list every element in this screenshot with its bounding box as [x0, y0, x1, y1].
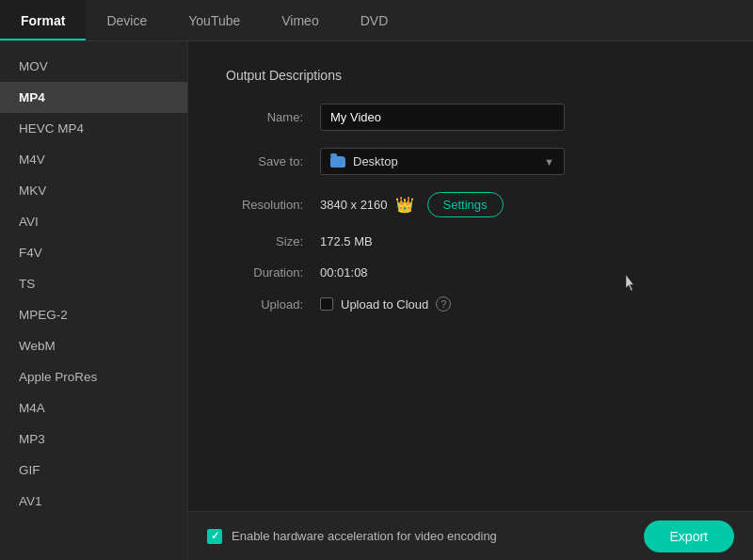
sidebar-item-m4v[interactable]: M4V [0, 144, 187, 175]
bottom-bar: Enable hardware acceleration for video e… [188, 511, 753, 560]
size-label: Size: [226, 234, 320, 248]
sidebar: MOV MP4 HEVC MP4 M4V MKV AVI F4V TS MPEG… [0, 41, 188, 560]
export-button[interactable]: Export [644, 520, 734, 552]
tab-vimeo[interactable]: Vimeo [261, 0, 339, 40]
tab-dvd[interactable]: DVD [340, 0, 409, 40]
resolution-label: Resolution: [226, 198, 320, 212]
crown-icon: 👑 [395, 196, 414, 214]
sidebar-item-m4a[interactable]: M4A [0, 392, 187, 424]
hardware-accel-row: Enable hardware acceleration for video e… [207, 529, 497, 544]
upload-controls: Upload to Cloud ? [320, 296, 451, 312]
name-label: Name: [226, 110, 320, 124]
tab-bar: Format Device YouTube Vimeo DVD [0, 0, 753, 41]
upload-to-cloud-checkbox[interactable] [320, 297, 333, 311]
name-input[interactable] [320, 104, 565, 131]
sidebar-item-av1[interactable]: AV1 [0, 486, 187, 517]
chevron-down-icon: ▼ [544, 156, 554, 168]
section-title: Output Descriptions [226, 68, 715, 83]
upload-row: Upload: Upload to Cloud ? [226, 296, 715, 312]
save-to-value: Desktop [353, 154, 398, 168]
resolution-value: 3840 x 2160 [320, 198, 388, 212]
sidebar-item-mp3[interactable]: MP3 [0, 424, 187, 455]
sidebar-item-ts[interactable]: TS [0, 268, 187, 299]
help-icon[interactable]: ? [436, 296, 451, 312]
save-to-row: Save to: Desktop ▼ [226, 148, 715, 175]
sidebar-item-mkv[interactable]: MKV [0, 175, 187, 206]
upload-to-cloud-label[interactable]: Upload to Cloud [341, 297, 428, 312]
settings-button[interactable]: Settings [427, 192, 504, 217]
sidebar-item-avi[interactable]: AVI [0, 206, 187, 237]
output-form: Name: Save to: Desktop ▼ Resolution: 384… [226, 104, 715, 312]
size-value: 172.5 MB [320, 234, 373, 248]
tab-device[interactable]: Device [86, 0, 168, 40]
tab-youtube[interactable]: YouTube [168, 0, 261, 40]
sidebar-item-gif[interactable]: GIF [0, 455, 187, 486]
sidebar-item-mov[interactable]: MOV [0, 51, 187, 82]
upload-label: Upload: [226, 297, 320, 312]
sidebar-item-mpeg2[interactable]: MPEG-2 [0, 299, 187, 330]
content-area: Output Descriptions Name: Save to: Deskt… [188, 41, 753, 560]
duration-row: Duration: 00:01:08 [226, 265, 715, 280]
folder-icon [330, 156, 345, 168]
hardware-accel-label: Enable hardware acceleration for video e… [232, 529, 497, 543]
sidebar-item-apple-prores[interactable]: Apple ProRes [0, 361, 187, 392]
main-layout: MOV MP4 HEVC MP4 M4V MKV AVI F4V TS MPEG… [0, 41, 753, 560]
resolution-row: Resolution: 3840 x 2160 👑 Settings [226, 192, 715, 217]
sidebar-item-f4v[interactable]: F4V [0, 237, 187, 268]
size-row: Size: 172.5 MB [226, 234, 715, 248]
sidebar-item-hevc-mp4[interactable]: HEVC MP4 [0, 113, 187, 144]
name-row: Name: [226, 104, 715, 131]
sidebar-item-webm[interactable]: WebM [0, 330, 187, 361]
duration-label: Duration: [226, 265, 320, 280]
save-to-dropdown[interactable]: Desktop ▼ [320, 148, 565, 175]
save-to-label: Save to: [226, 154, 320, 168]
duration-value: 00:01:08 [320, 265, 368, 280]
tab-format[interactable]: Format [0, 0, 86, 40]
hardware-accel-checkbox[interactable] [207, 529, 222, 544]
sidebar-item-mp4[interactable]: MP4 [0, 82, 187, 113]
